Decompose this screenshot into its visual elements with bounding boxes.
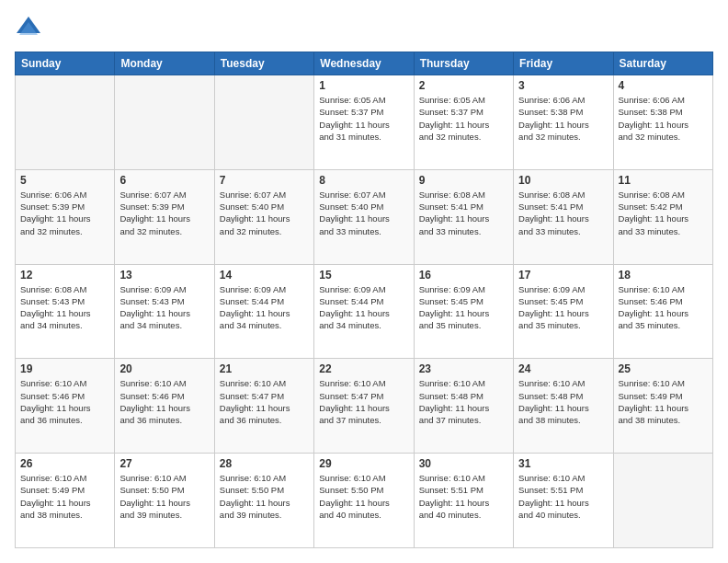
week-row-4: 26Sunrise: 6:10 AMSunset: 5:49 PMDayligh… [16, 454, 713, 548]
day-number: 30 [419, 457, 508, 470]
day-info: Sunrise: 6:10 AMSunset: 5:50 PMDaylight:… [119, 472, 209, 521]
day-info: Sunrise: 6:08 AMSunset: 5:42 PMDaylight:… [619, 189, 708, 237]
day-number: 11 [619, 174, 708, 187]
calendar-cell: 20Sunrise: 6:10 AMSunset: 5:46 PMDayligh… [115, 359, 214, 454]
calendar-cell: 5Sunrise: 6:06 AMSunset: 5:39 PMDaylight… [16, 169, 115, 264]
calendar-cell: 2Sunrise: 6:05 AMSunset: 5:37 PMDaylight… [414, 75, 513, 170]
day-number: 8 [319, 174, 408, 187]
day-info: Sunrise: 6:10 AMSunset: 5:46 PMDaylight:… [119, 377, 209, 426]
calendar-cell: 6Sunrise: 6:07 AMSunset: 5:39 PMDaylight… [115, 169, 214, 264]
day-number: 4 [619, 79, 708, 92]
day-number: 5 [20, 174, 109, 187]
calendar-cell: 12Sunrise: 6:08 AMSunset: 5:43 PMDayligh… [16, 264, 115, 359]
day-number: 18 [619, 269, 708, 282]
day-info: Sunrise: 6:08 AMSunset: 5:41 PMDaylight:… [419, 189, 508, 237]
calendar-cell [214, 75, 313, 170]
day-info: Sunrise: 6:06 AMSunset: 5:38 PMDaylight:… [518, 94, 608, 143]
calendar-cell: 1Sunrise: 6:05 AMSunset: 5:37 PMDaylight… [314, 75, 414, 170]
day-info: Sunrise: 6:07 AMSunset: 5:40 PMDaylight:… [220, 189, 309, 237]
day-info: Sunrise: 6:10 AMSunset: 5:46 PMDaylight:… [20, 377, 109, 426]
calendar-cell: 15Sunrise: 6:09 AMSunset: 5:44 PMDayligh… [314, 264, 414, 359]
day-info: Sunrise: 6:10 AMSunset: 5:49 PMDaylight:… [619, 377, 708, 426]
calendar-cell: 7Sunrise: 6:07 AMSunset: 5:40 PMDaylight… [214, 169, 313, 264]
day-number: 22 [319, 362, 408, 375]
day-number: 21 [220, 362, 309, 375]
calendar-cell: 4Sunrise: 6:06 AMSunset: 5:38 PMDaylight… [613, 75, 712, 170]
calendar-cell: 25Sunrise: 6:10 AMSunset: 5:49 PMDayligh… [613, 359, 712, 454]
day-info: Sunrise: 6:06 AMSunset: 5:39 PMDaylight:… [20, 189, 109, 237]
day-info: Sunrise: 6:09 AMSunset: 5:44 PMDaylight:… [319, 283, 408, 332]
day-number: 14 [220, 269, 309, 282]
day-number: 31 [518, 457, 608, 470]
calendar-cell: 18Sunrise: 6:10 AMSunset: 5:46 PMDayligh… [613, 264, 712, 359]
day-number: 26 [20, 457, 109, 470]
day-info: Sunrise: 6:09 AMSunset: 5:44 PMDaylight:… [220, 283, 309, 332]
calendar-cell: 16Sunrise: 6:09 AMSunset: 5:45 PMDayligh… [414, 264, 513, 359]
day-info: Sunrise: 6:10 AMSunset: 5:50 PMDaylight:… [220, 472, 309, 521]
day-info: Sunrise: 6:10 AMSunset: 5:47 PMDaylight:… [220, 377, 309, 426]
logo-icon [15, 15, 42, 42]
day-info: Sunrise: 6:09 AMSunset: 5:45 PMDaylight:… [419, 283, 508, 332]
calendar-cell: 26Sunrise: 6:10 AMSunset: 5:49 PMDayligh… [16, 454, 115, 548]
day-info: Sunrise: 6:09 AMSunset: 5:45 PMDaylight:… [518, 283, 608, 332]
day-number: 19 [20, 362, 109, 375]
calendar-cell [16, 75, 115, 170]
calendar-cell: 8Sunrise: 6:07 AMSunset: 5:40 PMDaylight… [314, 169, 414, 264]
day-info: Sunrise: 6:09 AMSunset: 5:43 PMDaylight:… [119, 283, 209, 332]
day-number: 12 [20, 269, 109, 282]
day-info: Sunrise: 6:10 AMSunset: 5:51 PMDaylight:… [419, 472, 508, 521]
weekday-header-monday: Monday [115, 52, 214, 75]
day-number: 16 [419, 269, 508, 282]
calendar-cell: 24Sunrise: 6:10 AMSunset: 5:48 PMDayligh… [514, 359, 613, 454]
weekday-header-thursday: Thursday [414, 52, 513, 75]
calendar-cell: 30Sunrise: 6:10 AMSunset: 5:51 PMDayligh… [414, 454, 513, 548]
day-info: Sunrise: 6:10 AMSunset: 5:49 PMDaylight:… [20, 472, 109, 521]
weekday-header-wednesday: Wednesday [314, 52, 414, 75]
day-number: 13 [119, 269, 209, 282]
day-number: 3 [518, 79, 608, 92]
header [15, 15, 713, 42]
day-number: 10 [518, 174, 608, 187]
day-number: 24 [518, 362, 608, 375]
day-info: Sunrise: 6:07 AMSunset: 5:39 PMDaylight:… [119, 189, 209, 237]
day-info: Sunrise: 6:10 AMSunset: 5:51 PMDaylight:… [518, 472, 608, 521]
day-number: 20 [119, 362, 209, 375]
day-info: Sunrise: 6:08 AMSunset: 5:41 PMDaylight:… [518, 189, 608, 237]
day-info: Sunrise: 6:05 AMSunset: 5:37 PMDaylight:… [419, 94, 508, 143]
week-row-0: 1Sunrise: 6:05 AMSunset: 5:37 PMDaylight… [16, 75, 713, 170]
calendar-cell: 10Sunrise: 6:08 AMSunset: 5:41 PMDayligh… [514, 169, 613, 264]
day-info: Sunrise: 6:07 AMSunset: 5:40 PMDaylight:… [319, 189, 408, 237]
weekday-header-sunday: Sunday [16, 52, 115, 75]
day-number: 23 [419, 362, 508, 375]
calendar-cell: 19Sunrise: 6:10 AMSunset: 5:46 PMDayligh… [16, 359, 115, 454]
calendar-cell: 13Sunrise: 6:09 AMSunset: 5:43 PMDayligh… [115, 264, 214, 359]
calendar-cell: 31Sunrise: 6:10 AMSunset: 5:51 PMDayligh… [514, 454, 613, 548]
day-number: 17 [518, 269, 608, 282]
calendar-cell [115, 75, 214, 170]
calendar-cell: 17Sunrise: 6:09 AMSunset: 5:45 PMDayligh… [514, 264, 613, 359]
day-number: 7 [220, 174, 309, 187]
calendar-cell: 27Sunrise: 6:10 AMSunset: 5:50 PMDayligh… [115, 454, 214, 548]
week-row-2: 12Sunrise: 6:08 AMSunset: 5:43 PMDayligh… [16, 264, 713, 359]
day-info: Sunrise: 6:10 AMSunset: 5:48 PMDaylight:… [518, 377, 608, 426]
calendar-cell [613, 454, 712, 548]
day-info: Sunrise: 6:05 AMSunset: 5:37 PMDaylight:… [319, 94, 408, 143]
day-number: 1 [319, 79, 408, 92]
calendar-cell: 28Sunrise: 6:10 AMSunset: 5:50 PMDayligh… [214, 454, 313, 548]
day-info: Sunrise: 6:08 AMSunset: 5:43 PMDaylight:… [20, 283, 109, 332]
day-number: 6 [119, 174, 209, 187]
day-number: 27 [119, 457, 209, 470]
day-number: 25 [619, 362, 708, 375]
calendar-cell: 14Sunrise: 6:09 AMSunset: 5:44 PMDayligh… [214, 264, 313, 359]
day-number: 15 [319, 269, 408, 282]
weekday-header-friday: Friday [514, 52, 613, 75]
weekday-header-row: SundayMondayTuesdayWednesdayThursdayFrid… [16, 52, 713, 75]
day-number: 2 [419, 79, 508, 92]
page: SundayMondayTuesdayWednesdayThursdayFrid… [0, 0, 728, 563]
calendar-cell: 21Sunrise: 6:10 AMSunset: 5:47 PMDayligh… [214, 359, 313, 454]
weekday-header-tuesday: Tuesday [214, 52, 313, 75]
day-number: 29 [319, 457, 408, 470]
day-info: Sunrise: 6:10 AMSunset: 5:48 PMDaylight:… [419, 377, 508, 426]
calendar-cell: 29Sunrise: 6:10 AMSunset: 5:50 PMDayligh… [314, 454, 414, 548]
calendar-cell: 3Sunrise: 6:06 AMSunset: 5:38 PMDaylight… [514, 75, 613, 170]
